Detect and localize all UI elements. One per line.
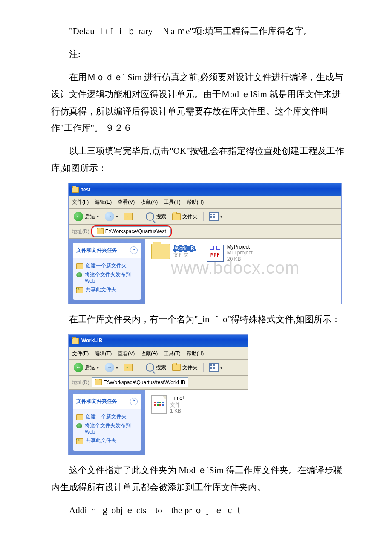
- folder-icon: [172, 364, 181, 371]
- file-meta: WorkLIB 文件夹: [173, 245, 196, 258]
- side-tasks-panel: 文件和文件夹任务 ⌃ 创建一个新文件夹 将这个文件夹发布到 Web 共享此文件夹: [69, 390, 145, 455]
- task-publish-web[interactable]: 将这个文件夹发布到 Web: [76, 272, 138, 284]
- up-icon: [124, 364, 133, 371]
- paragraph: Addi ｎ ｇ obj ｅ cts to the pr ｏｊ ｅ ｃｔ: [51, 502, 349, 519]
- tasks-header[interactable]: 文件和文件夹任务 ⌃: [73, 243, 141, 258]
- file-item-myproject[interactable]: MPF MyProject MTI project 20 KB: [207, 244, 253, 262]
- folder-icon: [97, 228, 104, 234]
- views-icon: [209, 363, 219, 372]
- file-icon: [151, 395, 167, 414]
- folder-icon: [172, 213, 181, 220]
- tasks-title: 文件和文件夹任务: [76, 246, 117, 255]
- back-icon: ←: [74, 363, 83, 372]
- side-tasks-panel: 文件和文件夹任务 ⌃ 创建一个新文件夹 将这个文件夹发布到 Web 共享此文件夹: [69, 239, 145, 304]
- up-button[interactable]: [122, 212, 134, 221]
- menu-bar: 文件(F) 编辑(E) 查看(V) 收藏(A) 工具(T) 帮助(H): [69, 347, 248, 360]
- search-label: 搜索: [156, 212, 166, 222]
- folder-icon: [72, 338, 79, 344]
- menu-file[interactable]: 文件(F): [72, 197, 89, 207]
- forward-button[interactable]: → ▾: [103, 362, 120, 373]
- task-label: 共享此文件夹: [86, 437, 116, 444]
- menu-tools[interactable]: 工具(T): [164, 197, 180, 207]
- file-meta: _info 文件 1 KB: [170, 395, 184, 414]
- explorer-window-test: test 文件(F) 编辑(E) 查看(V) 收藏(A) 工具(T) 帮助(H)…: [68, 183, 342, 304]
- tasks-body: 创建一个新文件夹 将这个文件夹发布到 Web 共享此文件夹: [73, 258, 141, 300]
- folder-icon: [76, 263, 83, 269]
- tasks-title: 文件和文件夹任务: [76, 396, 117, 406]
- file-type: MTI project: [227, 250, 253, 256]
- folders-button[interactable]: 文件夹: [170, 211, 199, 223]
- window-title: WorkLIB: [81, 336, 102, 346]
- menu-favorites[interactable]: 收藏(A): [141, 349, 158, 358]
- file-type: 文件: [170, 402, 184, 408]
- separator: [203, 363, 204, 372]
- paragraph: 注:: [51, 46, 349, 63]
- menu-favorites[interactable]: 收藏(A): [141, 197, 158, 207]
- address-bar: 地址(D) E:\Workspace\Quartus\test: [69, 225, 341, 239]
- task-share-folder[interactable]: 共享此文件夹: [76, 437, 138, 444]
- address-text: E:\Workspace\Quartus\test\WorkLIB: [104, 378, 185, 387]
- title-bar[interactable]: WorkLIB: [69, 335, 248, 347]
- up-button[interactable]: [122, 363, 134, 372]
- back-button[interactable]: ← 后退 ▾: [72, 362, 101, 373]
- paragraph: 在用Ｍｏｄｅl Sim 进行仿真之前,必须要对设计文件进行编译，生成与设计文件逻…: [51, 69, 349, 137]
- task-make-folder[interactable]: 创建一个新文件夹: [76, 413, 138, 420]
- back-label: 后退: [85, 212, 95, 222]
- menu-file[interactable]: 文件(F): [72, 349, 89, 358]
- task-share-folder[interactable]: 共享此文件夹: [76, 286, 138, 293]
- share-icon: [76, 287, 83, 293]
- dropdown-icon: ▾: [220, 212, 222, 220]
- title-bar[interactable]: test: [69, 183, 341, 196]
- menu-help[interactable]: 帮助(H): [187, 197, 204, 207]
- tasks-box: 文件和文件夹任务 ⌃ 创建一个新文件夹 将这个文件夹发布到 Web 共享此文件夹: [73, 243, 141, 300]
- paragraph: 这个文件指定了此文件夹为 Mod ｅlSim 得工作库文件夹。在编译步骤内生成得…: [51, 462, 349, 496]
- search-button[interactable]: 搜索: [142, 362, 168, 373]
- dropdown-icon: ▾: [97, 212, 99, 220]
- explorer-window-worklib: WorkLIB 文件(F) 编辑(E) 查看(V) 收藏(A) 工具(T) 帮助…: [68, 334, 248, 456]
- share-icon: [76, 438, 83, 444]
- back-label: 后退: [85, 363, 95, 373]
- file-name: MyProject: [227, 244, 253, 250]
- back-icon: ←: [74, 212, 83, 221]
- address-input[interactable]: E:\Workspace\Quartus\test\WorkLIB: [92, 377, 188, 387]
- menu-view[interactable]: 查看(V): [118, 197, 135, 207]
- views-button[interactable]: ▾: [208, 211, 224, 222]
- task-make-folder[interactable]: 创建一个新文件夹: [76, 263, 138, 269]
- file-item-info[interactable]: _info 文件 1 KB: [151, 395, 184, 414]
- separator: [203, 212, 204, 221]
- task-label: 共享此文件夹: [86, 286, 116, 293]
- address-label: 地址(D): [72, 227, 89, 237]
- task-label: 将这个文件夹发布到 Web: [85, 422, 138, 435]
- menu-edit[interactable]: 编辑(E): [95, 197, 112, 207]
- folders-label: 文件夹: [182, 363, 198, 373]
- file-area[interactable]: www.bdocx.com WorkLIB 文件夹 MPF MyProject …: [145, 239, 341, 304]
- menu-edit[interactable]: 编辑(E): [95, 349, 112, 358]
- chevron-up-icon: ⌃: [130, 398, 138, 405]
- address-label: 地址(D): [72, 378, 89, 387]
- search-label: 搜索: [156, 363, 166, 373]
- menu-tools[interactable]: 工具(T): [164, 349, 180, 358]
- back-button[interactable]: ← 后退 ▾: [72, 211, 101, 223]
- mpf-file-icon: MPF: [207, 245, 224, 262]
- folder-icon: [76, 414, 83, 420]
- content-pane: 文件和文件夹任务 ⌃ 创建一个新文件夹 将这个文件夹发布到 Web 共享此文件夹: [69, 239, 341, 304]
- forward-button[interactable]: → ▾: [103, 211, 120, 222]
- toolbar: ← 后退 ▾ → ▾ 搜索 文件夹 ▾: [69, 360, 248, 376]
- forward-icon: →: [105, 363, 114, 372]
- tasks-box: 文件和文件夹任务 ⌃ 创建一个新文件夹 将这个文件夹发布到 Web 共享此文件夹: [73, 394, 141, 451]
- tasks-body: 创建一个新文件夹 将这个文件夹发布到 Web 共享此文件夹: [73, 409, 141, 451]
- views-button[interactable]: ▾: [208, 362, 224, 373]
- file-area[interactable]: _info 文件 1 KB: [145, 390, 248, 455]
- menu-help[interactable]: 帮助(H): [187, 349, 204, 358]
- search-icon: [146, 363, 154, 372]
- task-label: 创建一个新文件夹: [86, 413, 127, 420]
- tasks-header[interactable]: 文件和文件夹任务 ⌃: [73, 394, 141, 409]
- search-button[interactable]: 搜索: [142, 211, 168, 223]
- file-meta: MyProject MTI project 20 KB: [227, 244, 253, 262]
- file-item-worklib[interactable]: WorkLIB 文件夹: [151, 244, 196, 259]
- folders-button[interactable]: 文件夹: [170, 362, 199, 373]
- address-input[interactable]: E:\Workspace\Quartus\test: [92, 226, 171, 237]
- globe-icon: [76, 272, 82, 278]
- task-publish-web[interactable]: 将这个文件夹发布到 Web: [76, 422, 138, 435]
- menu-view[interactable]: 查看(V): [118, 349, 135, 358]
